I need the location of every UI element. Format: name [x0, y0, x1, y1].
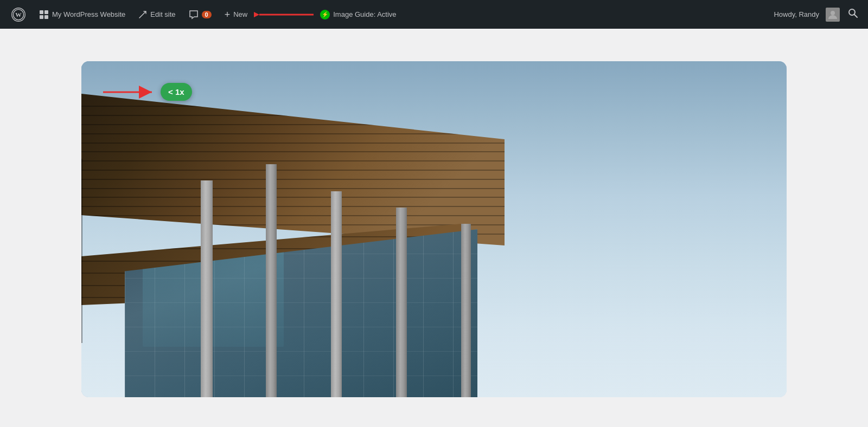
search-icon	[847, 8, 858, 18]
adminbar-right-section: Howdy, Randy	[769, 8, 864, 22]
image-badge-area: < 1x	[103, 83, 192, 101]
site-name-label: My WordPress Website	[52, 10, 125, 18]
new-content-button[interactable]: + New	[218, 0, 254, 29]
image-card: < 1x	[81, 61, 787, 397]
svg-rect-6	[44, 15, 48, 19]
svg-rect-3	[40, 10, 43, 14]
pillar-4	[396, 208, 407, 397]
site-name-button[interactable]: My WordPress Website	[33, 0, 132, 29]
svg-line-11	[854, 15, 858, 18]
image-guide-status-icon	[320, 10, 330, 20]
pillar-1	[201, 180, 213, 397]
new-plus-icon: +	[225, 10, 231, 20]
svg-rect-4	[44, 10, 48, 14]
image-guide-button[interactable]: Image Guide: Active	[314, 0, 403, 29]
building-image	[81, 61, 787, 397]
svg-text:W: W	[15, 11, 22, 18]
comments-icon	[189, 10, 199, 20]
pillar-3	[331, 191, 342, 397]
dashboard-icon	[39, 10, 49, 20]
avatar[interactable]	[826, 8, 840, 22]
svg-point-9	[831, 11, 835, 15]
new-label: New	[233, 10, 247, 18]
search-button[interactable]	[842, 8, 864, 21]
image-size-badge[interactable]: < 1x	[161, 83, 192, 101]
edit-site-label: Edit site	[150, 10, 175, 18]
pillar-2	[266, 164, 277, 397]
building-edge	[81, 159, 82, 343]
badge-arrow-annotation	[103, 84, 157, 100]
pillar-5	[461, 224, 471, 397]
edit-site-button[interactable]: Edit site	[132, 0, 182, 29]
howdy-label: Howdy, Randy	[769, 10, 824, 18]
comments-button[interactable]: 0	[182, 0, 218, 29]
wp-logo-icon: W	[11, 7, 26, 22]
admin-bar: W My WordPress Website Edit site 0 + New	[0, 0, 868, 29]
image-size-badge-label: < 1x	[168, 87, 184, 96]
wp-logo-button[interactable]: W	[4, 0, 33, 29]
edit-site-icon	[138, 10, 147, 19]
comments-count: 0	[202, 11, 212, 18]
image-guide-label: Image Guide: Active	[333, 10, 396, 18]
svg-rect-5	[40, 15, 43, 19]
main-content: < 1x	[0, 29, 868, 427]
adminbar-arrow-annotation	[254, 7, 319, 23]
